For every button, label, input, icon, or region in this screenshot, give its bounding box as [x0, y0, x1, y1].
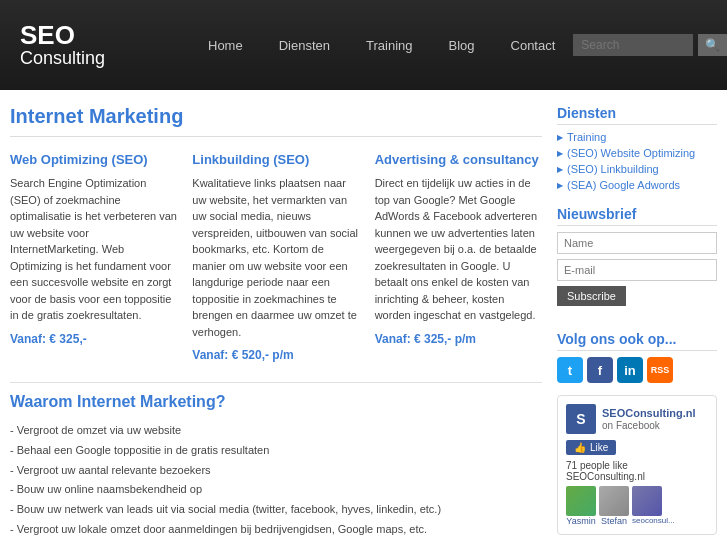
bullet-item: Vergroot uw lokale omzet door aanmelding…: [10, 520, 542, 540]
search-button[interactable]: 🔍: [698, 34, 727, 56]
col-advertising: Advertising & consultancy Direct en tijd…: [375, 152, 542, 362]
fb-thumbs: Yasmin Stefan seoconsul...: [566, 486, 708, 526]
newsletter-email-input[interactable]: [557, 259, 717, 281]
subscribe-button[interactable]: Subscribe: [557, 286, 626, 306]
col2-body: Kwalitatieve links plaatsen naar uw webs…: [192, 175, 359, 340]
three-col-section: Web Optimizing (SEO) Search Engine Optim…: [10, 152, 542, 362]
fb-info: SEOConsulting.nl on Facebook: [602, 407, 696, 431]
facebook-widget: S SEOConsulting.nl on Facebook 👍 Like 71…: [557, 395, 717, 535]
sidebar-link-training[interactable]: Training: [557, 131, 717, 143]
sidebar-newsletter: Nieuwsbrief Subscribe: [557, 206, 717, 316]
logo: SEO Consulting: [20, 22, 190, 69]
col-linkbuilding: Linkbuilding (SEO) Kwalitatieve links pl…: [192, 152, 359, 362]
nav-blog[interactable]: Blog: [430, 30, 492, 61]
bullet-list: Vergroot de omzet via uw website Behaal …: [10, 421, 542, 540]
col1-title: Web Optimizing (SEO): [10, 152, 177, 167]
search-input[interactable]: [573, 34, 693, 56]
fb-like-button[interactable]: 👍 Like: [566, 440, 616, 455]
facebook-icon[interactable]: f: [587, 357, 613, 383]
site-header: SEO Consulting Home Diensten Training Bl…: [0, 0, 727, 90]
twitter-icon[interactable]: t: [557, 357, 583, 383]
fb-widget-name: SEOConsulting.nl: [602, 407, 696, 420]
sidebar-newsletter-title: Nieuwsbrief: [557, 206, 717, 226]
divider: [10, 382, 542, 383]
bullet-item: Vergroot de omzet via uw website: [10, 421, 542, 441]
bullet-item: Vergroot uw aantal relevante bezoekers: [10, 461, 542, 481]
main-nav: Home Diensten Training Blog Contact: [190, 30, 573, 61]
nav-diensten[interactable]: Diensten: [261, 30, 348, 61]
sidebar-social: Volg ons ook op... t f in RSS S SEOConsu…: [557, 331, 717, 535]
rss-icon[interactable]: RSS: [647, 357, 673, 383]
fb-thumb-1: Yasmin: [566, 486, 596, 526]
col1-price: Vanaf: € 325,-: [10, 332, 177, 346]
col3-body: Direct en tijdelijk uw acties in de top …: [375, 175, 542, 324]
content-area: Internet Marketing Web Optimizing (SEO) …: [10, 105, 542, 545]
col1-body: Search Engine Optimization (SEO) of zoek…: [10, 175, 177, 324]
sidebar-link-seo-website[interactable]: (SEO) Website Optimizing: [557, 147, 717, 159]
fb-thumb-2: Stefan: [599, 486, 629, 526]
fb-thumb-3: seoconsul...: [632, 486, 675, 526]
logo-consulting: Consulting: [20, 48, 190, 69]
col2-price: Vanaf: € 520,- p/m: [192, 348, 359, 362]
sidebar: Diensten Training (SEO) Website Optimizi…: [557, 105, 717, 545]
sidebar-link-seo-linkbuilding[interactable]: (SEO) Linkbuilding: [557, 163, 717, 175]
fb-avatar: S: [566, 404, 596, 434]
col2-title: Linkbuilding (SEO): [192, 152, 359, 167]
fb-widget-header: S SEOConsulting.nl on Facebook: [566, 404, 708, 434]
header-search-area: 🔍 ▼: [573, 34, 727, 56]
social-icons-row: t f in RSS: [557, 357, 717, 383]
sidebar-link-sea-adwords[interactable]: (SEA) Google Adwords: [557, 179, 717, 191]
fb-like-count: 71 people like SEOConsulting.nl: [566, 460, 708, 482]
col3-price: Vanaf: € 325,- p/m: [375, 332, 542, 346]
nav-training[interactable]: Training: [348, 30, 430, 61]
col3-title: Advertising & consultancy: [375, 152, 542, 167]
bullet-item: Bouw uw netwerk van leads uit via social…: [10, 500, 542, 520]
logo-seo: SEO: [20, 22, 190, 48]
why-title: Waarom Internet Marketing?: [10, 393, 542, 411]
fb-on-label: on Facebook: [602, 420, 696, 431]
newsletter-name-input[interactable]: [557, 232, 717, 254]
sidebar-diensten: Diensten Training (SEO) Website Optimizi…: [557, 105, 717, 191]
main-wrapper: Internet Marketing Web Optimizing (SEO) …: [0, 90, 727, 545]
col-web-optimizing: Web Optimizing (SEO) Search Engine Optim…: [10, 152, 177, 362]
nav-home[interactable]: Home: [190, 30, 261, 61]
bullet-item: Bouw uw online naamsbekendheid op: [10, 480, 542, 500]
linkedin-icon[interactable]: in: [617, 357, 643, 383]
bullet-item: Behaal een Google toppositie in de grati…: [10, 441, 542, 461]
page-title: Internet Marketing: [10, 105, 542, 137]
sidebar-social-title: Volg ons ook op...: [557, 331, 717, 351]
sidebar-diensten-title: Diensten: [557, 105, 717, 125]
nav-contact[interactable]: Contact: [493, 30, 574, 61]
